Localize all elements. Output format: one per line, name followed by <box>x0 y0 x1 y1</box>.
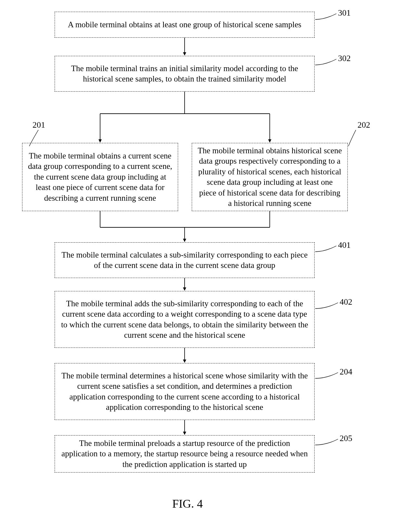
ref-label-202: 202 <box>358 120 370 130</box>
flow-node-text: The mobile terminal calculates a sub-sim… <box>60 250 309 271</box>
ref-label-302: 302 <box>338 54 351 63</box>
flow-node-text: The mobile terminal adds the sub-similar… <box>60 298 309 341</box>
flow-node-205: The mobile terminal preloads a startup r… <box>55 435 315 473</box>
flow-node-204: The mobile terminal determines a histori… <box>55 363 315 420</box>
ref-label-402: 402 <box>340 297 352 307</box>
flow-node-text: A mobile terminal obtains at least one g… <box>68 19 302 30</box>
flow-node-text: The mobile terminal obtains a current sc… <box>28 151 173 204</box>
flow-node-301: A mobile terminal obtains at least one g… <box>55 12 315 38</box>
ref-label-401: 401 <box>338 240 351 250</box>
flow-node-text: The mobile terminal determines a histori… <box>60 371 309 413</box>
ref-label-204: 204 <box>340 367 352 377</box>
flow-node-302: The mobile terminal trains an initial si… <box>55 56 315 92</box>
flow-node-401: The mobile terminal calculates a sub-sim… <box>55 242 315 278</box>
flow-node-text: The mobile terminal preloads a startup r… <box>60 438 309 470</box>
flow-node-202: The mobile terminal obtains historical s… <box>192 143 348 211</box>
ref-label-301: 301 <box>338 8 351 18</box>
flow-node-402: The mobile terminal adds the sub-similar… <box>55 291 315 348</box>
flow-node-text: The mobile terminal trains an initial si… <box>60 63 309 84</box>
ref-label-201: 201 <box>32 120 45 130</box>
figure-caption: FIG. 4 <box>172 497 203 511</box>
flow-node-text: The mobile terminal obtains historical s… <box>197 146 342 209</box>
flow-node-201: The mobile terminal obtains a current sc… <box>22 143 178 211</box>
ref-label-205: 205 <box>340 434 352 443</box>
